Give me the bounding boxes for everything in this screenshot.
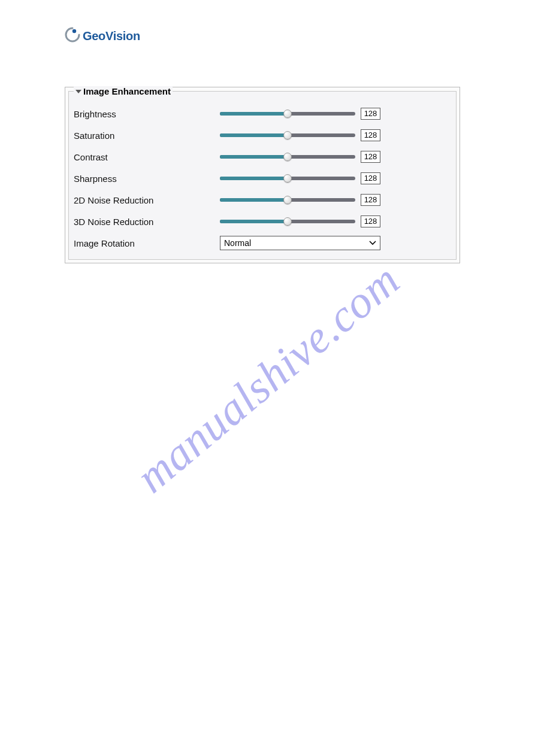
watermark-text: manualshive.com bbox=[126, 253, 409, 503]
slider-thumb-icon[interactable] bbox=[283, 153, 292, 161]
panel-legend[interactable]: Image Enhancement bbox=[74, 86, 173, 96]
contrast-row: Contrast 128 bbox=[74, 146, 451, 168]
brightness-row: Brightness 128 bbox=[74, 103, 451, 125]
panel-title: Image Enhancement bbox=[83, 86, 171, 96]
page-content: GeoVision Image Enhancement Brightness 1… bbox=[65, 27, 460, 263]
sharpness-row: Sharpness 128 bbox=[74, 168, 451, 189]
svg-point-0 bbox=[72, 29, 76, 33]
saturation-slider[interactable] bbox=[220, 133, 355, 137]
sharpness-value[interactable]: 128 bbox=[361, 172, 380, 184]
saturation-value[interactable]: 128 bbox=[361, 129, 380, 141]
noise-2d-label: 2D Noise Reduction bbox=[74, 195, 220, 205]
noise-3d-label: 3D Noise Reduction bbox=[74, 217, 220, 227]
brightness-label: Brightness bbox=[74, 109, 220, 119]
noise-3d-slider[interactable] bbox=[220, 220, 355, 223]
brightness-slider[interactable] bbox=[220, 112, 355, 116]
noise-3d-value[interactable]: 128 bbox=[361, 215, 380, 227]
slider-thumb-icon[interactable] bbox=[283, 110, 292, 118]
image-enhancement-panel: Image Enhancement Brightness 128 Saturat… bbox=[65, 87, 460, 263]
image-rotation-select[interactable]: Normal bbox=[220, 236, 380, 250]
brand-name: GeoVision bbox=[83, 29, 140, 43]
sharpness-label: Sharpness bbox=[74, 174, 220, 184]
collapse-arrow-icon bbox=[75, 90, 81, 93]
noise-2d-value[interactable]: 128 bbox=[361, 194, 380, 206]
settings-rows: Brightness 128 Saturation 128 Contrast bbox=[69, 92, 456, 254]
logo-swirl-icon bbox=[65, 27, 80, 45]
noise-2d-slider[interactable] bbox=[220, 198, 355, 202]
slider-thumb-icon[interactable] bbox=[283, 196, 292, 204]
saturation-row: Saturation 128 bbox=[74, 125, 451, 146]
contrast-slider[interactable] bbox=[220, 155, 355, 159]
image-rotation-selected: Normal bbox=[224, 238, 369, 248]
slider-thumb-icon[interactable] bbox=[283, 217, 292, 226]
image-rotation-label: Image Rotation bbox=[74, 238, 220, 248]
contrast-value[interactable]: 128 bbox=[361, 151, 380, 163]
sharpness-slider[interactable] bbox=[220, 177, 355, 180]
noise-2d-row: 2D Noise Reduction 128 bbox=[74, 189, 451, 211]
noise-3d-row: 3D Noise Reduction 128 bbox=[74, 211, 451, 232]
slider-thumb-icon[interactable] bbox=[283, 131, 292, 139]
chevron-down-icon bbox=[369, 239, 376, 247]
slider-thumb-icon[interactable] bbox=[283, 174, 292, 183]
brightness-value[interactable]: 128 bbox=[361, 108, 380, 120]
brand-logo: GeoVision bbox=[65, 27, 460, 45]
saturation-label: Saturation bbox=[74, 130, 220, 141]
image-rotation-row: Image Rotation Normal bbox=[74, 232, 451, 254]
contrast-label: Contrast bbox=[74, 152, 220, 162]
panel-inner: Image Enhancement Brightness 128 Saturat… bbox=[68, 91, 457, 260]
